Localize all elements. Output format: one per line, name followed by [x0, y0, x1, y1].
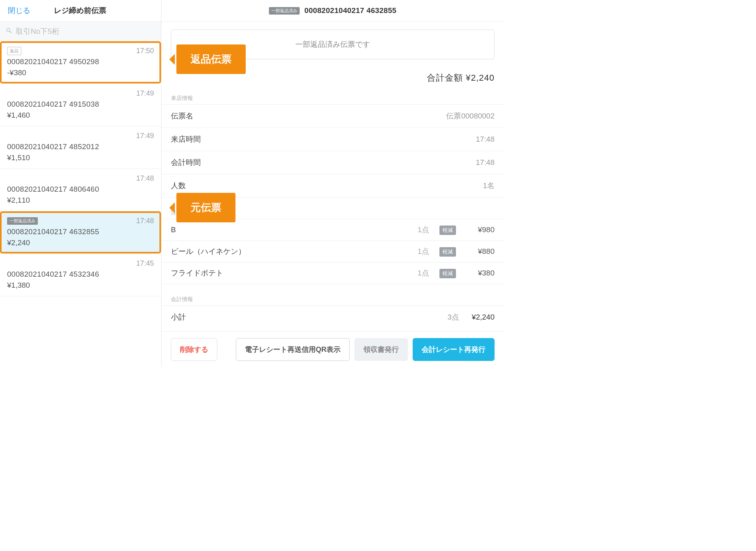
item-amount: ¥2,240: [7, 239, 154, 247]
item-id: 00082021040217 4632855: [7, 227, 154, 236]
list-item[interactable]: 17:4900082021040217 4915038¥1,460: [0, 84, 161, 126]
right-header: 一部返品済み 00082021040217 4632855: [161, 0, 504, 22]
order-price: ¥380: [459, 269, 495, 277]
total-value: ¥2,240: [466, 73, 495, 83]
info-row: 会計時間17:48: [161, 151, 504, 174]
item-amount: ¥1,460: [7, 111, 154, 120]
order-row: ビール（ハイネケン）1点軽減¥880: [161, 241, 504, 263]
panel-title: レジ締め前伝票: [54, 6, 106, 16]
order-qty: 1点: [402, 246, 429, 257]
order-name: ビール（ハイネケン）: [171, 246, 398, 257]
item-amount: ¥2,110: [7, 196, 154, 205]
info-key: 来店時間: [171, 134, 201, 144]
search-input[interactable]: [16, 27, 156, 36]
order-row: B1点軽減¥980: [161, 219, 504, 241]
section-payment-title: 会計情報: [161, 292, 504, 306]
info-value: 17:48: [476, 158, 495, 167]
total-label: 合計金額: [427, 73, 463, 83]
right-panel: 一部返品済み 00082021040217 4632855 一部返品済み伝票です…: [161, 0, 504, 367]
item-id: 00082021040217 4915038: [7, 100, 154, 109]
left-header: 閉じる レジ締め前伝票: [0, 0, 161, 22]
status-badge: 一部返品済み: [269, 7, 300, 15]
list-item[interactable]: 返品17:5000082021040217 4950298-¥380: [0, 41, 161, 84]
item-time: 17:48: [136, 174, 154, 183]
list-item[interactable]: 17:4900082021040217 4852012¥1,510: [0, 126, 161, 169]
close-button[interactable]: 閉じる: [8, 6, 30, 16]
item-id: 00082021040217 4532346: [7, 270, 154, 279]
reprint-button[interactable]: 会計レシート再発行: [413, 338, 495, 361]
search-icon: [6, 27, 16, 36]
status-badge: 一部返品済み: [7, 217, 38, 225]
subtotal-row: 小計 3点 ¥2,240: [161, 306, 504, 329]
info-value: 1名: [483, 181, 495, 191]
order-name: フライドポテト: [171, 268, 398, 278]
callout-return-slip: 返品伝票: [176, 44, 246, 74]
item-id: 00082021040217 4806460: [7, 185, 154, 194]
search-bar[interactable]: [0, 22, 161, 41]
order-row: フライドポテト1点軽減¥380: [161, 263, 504, 284]
order-price: ¥980: [459, 226, 495, 234]
order-price: ¥880: [459, 247, 495, 256]
section-visit-title: 来店情報: [161, 91, 504, 105]
transaction-list: 返品17:5000082021040217 4950298-¥38017:490…: [0, 41, 161, 367]
total-row: 合計金額 ¥2,240: [161, 72, 504, 91]
order-qty: 1点: [402, 268, 429, 278]
order-name: B: [171, 226, 398, 234]
item-id: 00082021040217 4852012: [7, 142, 154, 151]
info-row: 伝票名伝票00080002: [161, 105, 504, 128]
item-time: 17:48: [136, 217, 154, 225]
tax-badge: 軽減: [439, 269, 456, 278]
info-value: 17:48: [476, 135, 495, 144]
item-amount: -¥380: [7, 68, 154, 77]
status-badge: 返品: [7, 47, 21, 55]
subtotal-qty: 3点: [432, 312, 459, 322]
footer-actions: 削除する 電子レシート再送信用QR表示 領収書発行 会計レシート再発行: [161, 331, 504, 367]
callout-source-slip: 元伝票: [176, 193, 235, 222]
subtotal-price: ¥2,240: [459, 313, 495, 322]
info-key: 会計時間: [171, 157, 201, 168]
tax-badge: 軽減: [439, 247, 456, 257]
left-panel: 閉じる レジ締め前伝票 返品17:5000082021040217 495029…: [0, 0, 161, 367]
item-amount: ¥1,380: [7, 281, 154, 290]
info-value: 伝票00080002: [446, 111, 495, 121]
item-time: 17:49: [136, 132, 154, 140]
subtotal-label: 小計: [171, 312, 432, 322]
list-item[interactable]: 17:4800082021040217 4806460¥2,110: [0, 169, 161, 211]
item-time: 17:45: [136, 259, 154, 268]
info-row: 来店時間17:48: [161, 128, 504, 151]
order-qty: 1点: [402, 225, 429, 235]
receipt-button[interactable]: 領収書発行: [354, 338, 408, 361]
item-time: 17:49: [136, 89, 154, 98]
info-key: 伝票名: [171, 111, 193, 121]
item-time: 17:50: [136, 47, 154, 55]
transaction-id: 00082021040217 4632855: [304, 6, 397, 15]
item-id: 00082021040217 4950298: [7, 57, 154, 66]
delete-button[interactable]: 削除する: [171, 338, 217, 361]
list-item[interactable]: 一部返品済み17:4800082021040217 4632855¥2,240: [0, 211, 161, 254]
list-item[interactable]: 17:4500082021040217 4532346¥1,380: [0, 254, 161, 296]
info-key: 人数: [171, 181, 186, 191]
tax-badge: 軽減: [439, 226, 456, 235]
qr-button[interactable]: 電子レシート再送信用QR表示: [236, 338, 350, 361]
item-amount: ¥1,510: [7, 153, 154, 162]
